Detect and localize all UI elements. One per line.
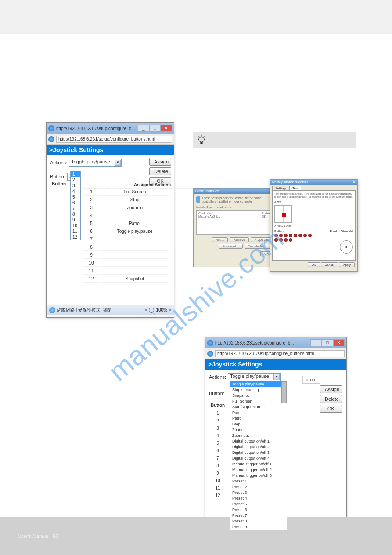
dialog-title: Game Controllers	[194, 189, 275, 194]
address-input[interactable]: http://192.168.6.231/setup/configure_but…	[215, 350, 345, 357]
dropdown-item[interactable]: Toggle play/pause	[230, 381, 287, 387]
dropdown-item[interactable]: Preset 7	[230, 513, 287, 519]
ok-button[interactable]: OK	[320, 405, 342, 413]
dropdown-item[interactable]: Zoom in	[230, 427, 287, 433]
close-icon[interactable]: ✕	[353, 180, 356, 185]
dropdown-item[interactable]: Zoom out	[230, 433, 287, 439]
scrollbar-thumb[interactable]	[281, 381, 287, 403]
panel-title: Joystick Settings	[53, 146, 103, 153]
maximize-button[interactable]: □	[322, 339, 333, 346]
row-num: 6	[211, 447, 225, 454]
row-num: 5	[83, 220, 100, 227]
dropdown-item[interactable]: Preset 5	[230, 501, 287, 507]
joystick-settings-window-1: http://192.168.6.231/setup/configure_b..…	[46, 122, 174, 318]
panel-body: Actions: Toggle play/pause ▼ Button: ara…	[205, 370, 346, 534]
dropdown-item[interactable]: 1	[71, 171, 80, 177]
assign-button[interactable]: Assign	[149, 158, 171, 166]
actions-select[interactable]: Toggle play/pause ▼	[69, 159, 122, 167]
remove-button[interactable]: Remove	[230, 237, 249, 242]
tab-settings[interactable]: Settings	[272, 186, 289, 190]
dropdown-item[interactable]: 6	[71, 200, 80, 206]
dropdown-item[interactable]: Preset 2	[230, 484, 287, 490]
actions-select[interactable]: Toggle play/pause ▼	[228, 373, 281, 381]
dialog-title: Macally AirStick properties ✕	[270, 180, 357, 185]
dropdown-item[interactable]: Preset 1	[230, 479, 287, 484]
ok-button[interactable]: OK	[308, 262, 320, 267]
dropdown-item[interactable]: Preset 9	[230, 524, 287, 530]
maximize-button[interactable]: □	[149, 125, 161, 132]
assign-button[interactable]: Assign	[320, 385, 342, 393]
dropdown-item[interactable]: 9	[71, 217, 80, 223]
delete-button[interactable]: Delete	[149, 167, 171, 175]
dropdown-item[interactable]: Preset 3	[230, 490, 287, 496]
dropdown-item[interactable]: Pan	[230, 410, 287, 416]
dropdown-item[interactable]: Full Screen	[230, 399, 287, 404]
dropdown-item[interactable]: 5	[71, 194, 80, 200]
tab-test[interactable]: Test	[289, 186, 301, 190]
dropdown-item[interactable]: Manual trigger on/off 2	[230, 467, 287, 473]
chevron-down-icon[interactable]: ▼	[273, 374, 280, 380]
controller-list[interactable]: Controller Macally AirStick Status OK	[196, 210, 273, 235]
advanced-button[interactable]: Advanced...	[219, 244, 243, 249]
actions-dropdown[interactable]: Toggle play/pause Stop streaming Snapsho…	[230, 381, 287, 530]
dropdown-item[interactable]: Patrol	[230, 416, 287, 421]
zoom-icon	[149, 308, 154, 313]
properties-button[interactable]: Properties	[251, 237, 273, 242]
row-num: 1	[211, 410, 225, 417]
dropdown-item[interactable]: Snapshot	[230, 393, 287, 399]
actions-label: Actions:	[50, 160, 67, 165]
col-button: Button	[211, 403, 225, 408]
titlebar: http://192.168.6.231/setup/configure_b..…	[205, 337, 346, 348]
joystick-settings-window-2: http://192.168.6.231/setup/configure_b..…	[205, 337, 347, 545]
dropdown-item[interactable]: Stop streaming	[230, 387, 287, 393]
dropdown-item[interactable]: 7	[71, 206, 80, 211]
dropdown-item[interactable]: 3	[71, 183, 80, 189]
button-dropdown[interactable]: 1 2 3 4 5 6 7 8 9 10 11 12	[70, 171, 81, 240]
dropdown-item[interactable]: 10	[71, 223, 80, 229]
dropdown-item[interactable]: Manual trigger on/off 3	[230, 473, 287, 479]
dropdown-item[interactable]: Stop	[230, 421, 287, 427]
dropdown-item[interactable]: Preset 8	[230, 519, 287, 524]
add-button[interactable]: Add...	[212, 237, 228, 242]
dropdown-item[interactable]: Digital output on/off 2	[230, 444, 287, 450]
dropdown-item[interactable]: 12	[71, 234, 80, 240]
actions-selected: Toggle play/pause	[230, 374, 269, 379]
ie-icon	[207, 340, 213, 346]
cancel-button[interactable]: Cancel	[321, 262, 338, 267]
dropdown-item[interactable]: Manual trigger on/off 1	[230, 461, 287, 467]
address-input[interactable]: http://192.168.6.231/setup/configure_but…	[56, 136, 172, 143]
close-button[interactable]: ✕	[333, 339, 345, 346]
dropdown-item[interactable]: Digital output on/off 3	[230, 450, 287, 456]
dropdown-item[interactable]: 4	[71, 189, 80, 194]
row-action: Stop	[101, 196, 169, 203]
footer-text: User's Manual - 55	[18, 533, 58, 539]
dropdown-item[interactable]: Preset 4	[230, 496, 287, 501]
chevron-down-icon[interactable]: ▼	[115, 160, 121, 166]
dropdown-item[interactable]: Preset 10	[230, 530, 287, 530]
dropdown-item[interactable]: Preset 6	[230, 507, 287, 513]
row-num: 3	[83, 204, 100, 211]
row-num: 10	[211, 477, 225, 484]
minimize-button[interactable]: _	[138, 125, 149, 132]
axis-indicator	[282, 213, 286, 217]
address-bar: http://192.168.6.231/setup/configure_but…	[47, 134, 174, 145]
row-num: 1	[83, 189, 100, 196]
troubleshoot-button[interactable]: Troubleshoot...	[245, 244, 273, 249]
svg-point-0	[199, 137, 204, 142]
dropdown-item[interactable]: 8	[71, 211, 80, 217]
content: http://192.168.6.231/setup/configure_b..…	[0, 34, 392, 518]
dropdown-item[interactable]: Start/stop recording	[230, 404, 287, 410]
row-action: Full Screen	[101, 189, 169, 196]
dropdown-item[interactable]: Digital output on/off 4	[230, 456, 287, 461]
close-button[interactable]: ✕	[161, 125, 172, 132]
dropdown-item[interactable]: 2	[71, 177, 80, 183]
row-num: 2	[83, 196, 100, 203]
note-block	[193, 132, 356, 148]
apply-button[interactable]: Apply	[339, 262, 355, 267]
minimize-button[interactable]: _	[310, 339, 322, 346]
zoom-control[interactable]: ▾ 100% ▾	[145, 308, 171, 313]
svg-line-3	[204, 136, 205, 137]
dropdown-item[interactable]: Digital output on/off 1	[230, 439, 287, 444]
delete-button[interactable]: Delete	[320, 395, 342, 403]
dropdown-item[interactable]: 11	[71, 229, 80, 234]
